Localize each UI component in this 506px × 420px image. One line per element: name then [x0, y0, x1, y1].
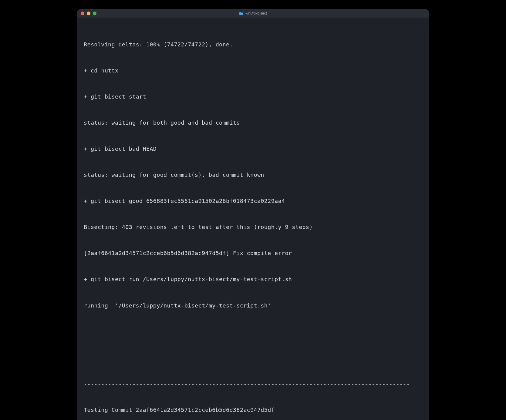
minimize-button[interactable] — [87, 12, 90, 15]
terminal-line: status: waiting for both good and bad co… — [84, 119, 422, 127]
folder-icon — [239, 12, 243, 15]
traffic-lights — [81, 12, 96, 15]
terminal-line: + git bisect bad HEAD — [84, 145, 422, 153]
terminal-line: + git bisect good 656883fec5561ca91502a2… — [84, 197, 422, 206]
terminal-line: + cd nuttx — [84, 66, 422, 75]
window-title-container: ~/nuttx-bisect — [239, 11, 267, 15]
terminal-line: + git bisect start — [84, 92, 422, 101]
terminal-line: running '/Users/luppy/nuttx-bisect/my-te… — [84, 301, 422, 310]
terminal-line: Bisecting: 403 revisions left to test af… — [84, 223, 422, 232]
terminal-line — [84, 328, 422, 336]
terminal-line: status: waiting for good commit(s), bad … — [84, 171, 422, 180]
terminal-line: Testing Commit 2aaf6641a2d34571c2cceb6b5… — [84, 406, 422, 415]
terminal-window: ~/nuttx-bisect Resolving deltas: 100% (7… — [77, 9, 429, 420]
maximize-button[interactable] — [93, 12, 96, 15]
terminal-line — [84, 354, 422, 362]
terminal-line: Resolving deltas: 100% (74722/74722), do… — [84, 40, 422, 49]
titlebar[interactable]: ~/nuttx-bisect — [77, 9, 429, 18]
window-title: ~/nuttx-bisect — [245, 11, 267, 15]
terminal-line: ----------------------------------------… — [84, 380, 422, 388]
terminal-body[interactable]: Resolving deltas: 100% (74722/74722), do… — [77, 18, 429, 420]
close-button[interactable] — [81, 12, 84, 15]
terminal-line: + git bisect run /Users/luppy/nuttx-bise… — [84, 275, 422, 284]
terminal-line: [2aaf6641a2d34571c2cceb6b5d6d382ac947d5d… — [84, 249, 422, 258]
